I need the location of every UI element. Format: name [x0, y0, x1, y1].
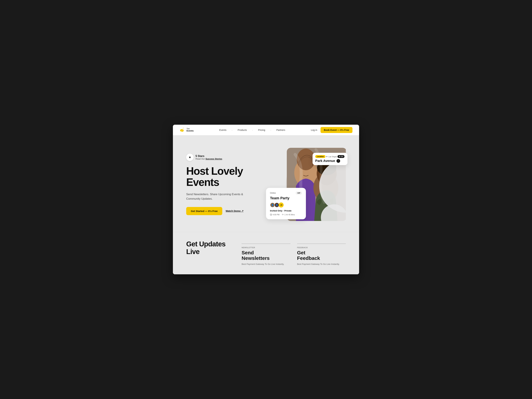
nav-pricing[interactable]: Pricing [258, 129, 265, 131]
watch-demo-button[interactable]: Watch Demo ↗ [226, 209, 243, 212]
location-card: Location Las Vegas ★ 5.0 Park Avenue ✓ [313, 153, 348, 165]
newsletter-divider [241, 244, 290, 244]
logo[interactable]: The Events [180, 128, 194, 132]
nav-links: Events • Products • Pricing • Partners [219, 128, 285, 132]
location-city: Las Vegas [326, 156, 337, 158]
hero-subtitle: Send Newsletters. Share Upcoming Events … [186, 192, 249, 201]
online-badge: Online [270, 192, 276, 194]
event-card: Online VIP Team Party 👤 👤 +9 Invited Onl… [266, 188, 306, 219]
card-duration: 1 Hr 45 Mins [282, 214, 295, 216]
logo-icon [180, 128, 185, 132]
card-meta: 4:00 PM 1 Hr 45 Mins [270, 214, 302, 216]
avatar-plus-count: +9 [279, 203, 284, 208]
feedback-title: Get Feedback [297, 250, 346, 261]
book-event-button[interactable]: Book Event — It's Free [321, 127, 352, 133]
newsletter-title: Send Newsletters [241, 250, 290, 261]
hero-right: Location Las Vegas ★ 5.0 Park Avenue ✓ O… [269, 146, 346, 223]
bottom-section: Get Updates Live Newsletter Send Newslet… [173, 232, 359, 274]
star-icon: ★ [186, 154, 194, 161]
hero-left: ★ 5 Stars Read Our Success Stories Host … [186, 154, 263, 215]
check-icon: ✓ [336, 159, 340, 163]
section-title-block: Get Updates Live [186, 240, 235, 255]
nav-dot-1: • [232, 129, 232, 131]
rating-badge: ★ 5.0 [337, 155, 344, 158]
vip-badge: VIP [296, 191, 302, 195]
card-event-title: Team Party [270, 196, 302, 200]
feature-feedback: Feedback Get Feedback Best Payment Gatew… [297, 240, 346, 266]
hero-section: ★ 5 Stars Read Our Success Stories Host … [173, 135, 359, 232]
hero-title: Host Lovely Events [186, 165, 263, 188]
duration-icon [282, 214, 284, 216]
card-private-label: Invited Only - Private [270, 209, 302, 212]
newsletter-label: Newsletter [241, 247, 290, 248]
pin-icon [326, 156, 328, 158]
card-time: 4:00 PM [270, 214, 279, 216]
card-top-row: Online VIP [270, 191, 302, 195]
feature-newsletter: Newsletter Send Newsletters Best Payment… [241, 240, 290, 266]
get-started-button[interactable]: Get Started — It's Free [186, 207, 222, 215]
location-top: Location Las Vegas ★ 5.0 [315, 155, 344, 158]
feedback-label: Feedback [297, 247, 346, 248]
stars-text: 5 Stars Read Our Success Stories [196, 155, 222, 160]
hero-actions: Get Started — It's Free Watch Demo ↗ [186, 207, 263, 215]
location-name: Park Avenue [315, 159, 335, 163]
nav-products[interactable]: Products [238, 129, 247, 131]
location-name-row: Park Avenue ✓ [315, 159, 344, 163]
section-title: Get Updates Live [186, 240, 235, 255]
logo-text: The Events [187, 128, 194, 132]
nav-partners[interactable]: Partners [277, 129, 285, 131]
location-label: Location [315, 155, 325, 158]
card-avatars: 👤 👤 +9 [270, 203, 302, 208]
nav-right: Log in Book Event — It's Free [311, 127, 352, 133]
nav-events[interactable]: Events [219, 129, 226, 131]
browser-window: The Events Events • Products • Pricing •… [173, 125, 359, 274]
clock-icon [270, 214, 272, 216]
success-stories-link[interactable]: Success Stories [205, 158, 222, 160]
navbar: The Events Events • Products • Pricing •… [173, 125, 359, 135]
svg-point-0 [181, 129, 184, 132]
login-button[interactable]: Log in [311, 129, 317, 131]
feedback-desc: Best Payment Gateway To Go Live Instantl… [297, 262, 346, 266]
nav-dot-2: • [252, 129, 253, 131]
stars-badge: ★ 5 Stars Read Our Success Stories [186, 154, 263, 161]
nav-dot-3: • [271, 129, 271, 131]
newsletter-desc: Best Payment Gateway To Go Live Instantl… [241, 262, 290, 266]
feedback-divider [297, 244, 346, 244]
